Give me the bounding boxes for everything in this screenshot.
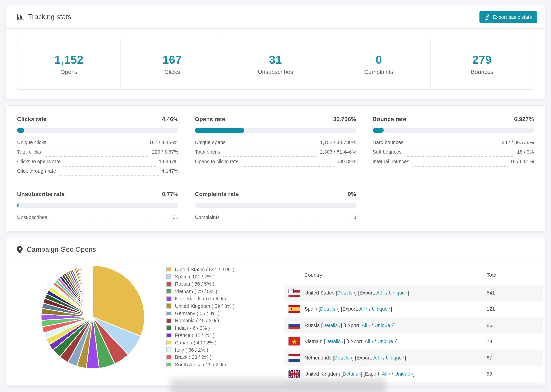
export-all-link[interactable]: All › [365,339,373,344]
clicks-rate-progress-bar [17,128,178,133]
details-link[interactable]: Details › [325,339,344,344]
details-link[interactable]: Details › [334,355,352,361]
geo-row-country-cell: United States [Details ›] [Export: All ›… [284,289,487,297]
unsubscribe-rate-block: Unsubscribe rate0.77%Unsubscribes31 [17,191,178,224]
legend-label: South Africa ( 29 / 2% ) [175,362,226,367]
geo-table-header: Country Total [284,265,543,285]
rate-row-value: 2,303 / 61.446% [320,149,356,155]
summary-stats-box: 1,152Opens167Clicks31Unsubscribes0Compla… [17,39,534,90]
legend-label: Netherlands ( 67 / 4% ) [175,296,226,301]
export-all-link[interactable]: All › [359,306,368,312]
dotted-leader [44,156,149,157]
export-unique-link[interactable]: Unique › [372,306,391,312]
rate-row-label: Total clicks [17,149,41,155]
clicks-rate-title: Clicks rate [17,116,47,123]
opens-rate-progress-bar [195,128,356,133]
page: Tracking stats Export basic stats 1,152O… [0,0,551,392]
dotted-leader [406,147,499,147]
opens-rate-value: 30.736% [333,116,356,123]
legend-swatch [166,355,171,360]
legend-swatch [166,318,171,323]
stat-label: Complaints [364,69,393,75]
details-link[interactable]: Details › [343,371,361,377]
export-all-link[interactable]: All › [362,322,370,328]
column-header-total: Total [487,272,543,278]
export-unique-link[interactable]: Unique › [374,322,393,328]
opens-rate-head: Opens rate30.736% [195,116,356,123]
legend-label: Brazil ( 33 / 2% ) [175,355,212,360]
bounce-rate-rows: Hard bounces242 / 86.738%Soft bounces18 … [373,140,534,168]
us-flag-icon [289,289,300,297]
export-unique-link[interactable]: Unique › [377,339,396,344]
rate-row-value: 167 / 4.456% [149,140,178,145]
export-unique-link[interactable]: Unique › [389,290,408,295]
export-all-link[interactable]: All › [373,355,382,361]
legend-item-vietnam: Vietnam ( 79 / 5% ) [166,288,234,295]
rate-row: Total opens2,303 / 61.446% [195,149,356,159]
geo-row-total: 59 [487,371,543,377]
legend-swatch [166,289,171,294]
legend-item-india: India ( 46 / 3% ) [166,324,234,332]
rate-row-value: 689.82% [337,159,356,164]
bounce-rate-block: Bounce rate6.927%Hard bounces242 / 86.73… [373,116,534,178]
geo-row-total: 67 [487,355,543,361]
geo-content: United States ( 541 / 31% )Spain ( 121 /… [6,261,545,386]
legend-item-brazil: Brazil ( 33 / 2% ) [166,354,234,361]
complaints-rate-rows: Complaints0 [195,215,356,224]
unsubscribe-rate-value: 0.77% [162,191,178,198]
clicks-rate-progress-fill [17,128,24,133]
rate-row: Unique clicks167 / 4.456% [17,140,178,149]
legend-item-italy: Italy ( 36 / 2% ) [166,346,234,354]
complaints-rate-title: Complaints rate [195,191,239,198]
rate-row: Opens to clicks rate689.82% [195,159,356,168]
campaign-geo-opens-card: Campaign Geo Opens United States ( 541 /… [6,238,545,386]
details-link[interactable]: Details › [320,306,338,312]
unsubscribe-rate-progress-fill [17,203,18,208]
export-unique-link[interactable]: Unique › [386,355,405,361]
legend-item-united-states: United States ( 541 / 31% ) [166,266,234,273]
rates-grid: Clicks rate4.46%Unique clicks167 / 4.456… [17,116,534,224]
legend-swatch [166,325,171,331]
dotted-leader [412,166,508,167]
details-link[interactable]: Details › [323,322,341,328]
tracking-stats-title-group: Tracking stats [17,13,71,21]
bounce-rate-value: 6.927% [514,116,534,123]
stat-value: 0 [376,53,382,66]
export-all-link[interactable]: All › [382,371,390,377]
clicks-rate-rows: Unique clicks167 / 4.456%Total clicks220… [17,140,178,178]
geo-row-country-cell: Spain [Details ›] [Export: All › / Uniqu… [284,305,487,313]
bounce-rate-title: Bounce rate [373,116,406,123]
export-unique-link[interactable]: Unique › [395,371,413,377]
es-flag-icon [289,305,300,313]
dotted-leader [64,166,156,167]
ru-flag-icon [289,321,300,329]
legend-swatch [166,347,171,352]
complaints-rate-block: Complaints rate0%Complaints0 [195,191,356,224]
geo-row-total: 79 [487,339,543,344]
unsubscribe-rate-title: Unsubscribe rate [17,191,65,198]
rate-row: Total clicks220 / 5.87% [17,149,178,159]
stat-value: 31 [269,53,282,66]
export-basic-stats-button[interactable]: Export basic stats [479,11,537,23]
dotted-leader [404,156,514,157]
export-all-link[interactable]: All › [376,290,385,295]
column-header-country: Country [284,272,487,278]
details-link[interactable]: Details › [337,290,355,295]
geo-table-row-nl: Netherlands [Details ›] [Export: All › /… [284,350,543,366]
legend-swatch [166,274,171,279]
rates-card: Clicks rate4.46%Unique clicks167 / 4.456… [6,105,545,231]
legend-label: United Kingdom ( 59 / 3% ) [175,303,234,309]
complaints-rate-value: 0% [348,191,356,198]
stat-cell-complaints: 0Complaints [327,39,431,89]
rate-row-label: Click through rate [17,168,56,174]
stat-value: 279 [473,53,492,66]
unsubscribe-rate-head: Unsubscribe rate0.77% [17,191,178,198]
map-pin-icon [17,246,23,253]
stat-cell-clicks: 167Clicks [121,39,224,89]
geo-row-total: 86 [487,322,543,328]
rate-row-label: Opens to clicks rate [195,159,239,164]
rate-row: Complaints0 [195,215,356,224]
complaints-rate-progress-bar [195,203,356,208]
opens-rate-rows: Unique opens1,152 / 30.736%Total opens2,… [195,140,356,168]
legend-item-russia: Russia ( 86 / 5% ) [166,280,234,288]
